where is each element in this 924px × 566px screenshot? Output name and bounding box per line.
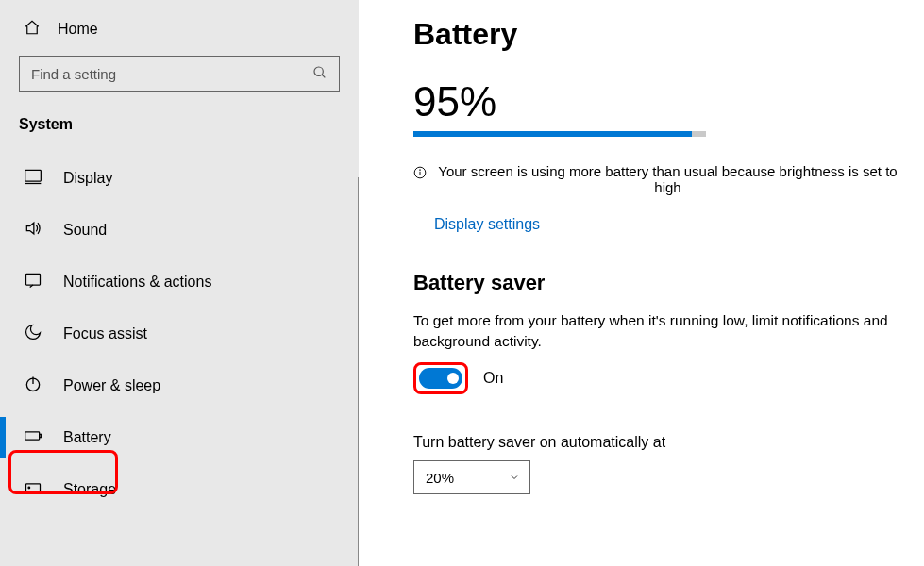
- nav-label: Power & sleep: [63, 377, 160, 394]
- display-icon: [24, 167, 42, 189]
- focus-icon: [24, 323, 42, 344]
- notifications-icon: [24, 271, 42, 292]
- svg-rect-4: [26, 274, 41, 285]
- sidebar-item-focus[interactable]: Focus assist: [0, 308, 359, 359]
- storage-icon: [24, 478, 42, 500]
- home-icon: [24, 19, 41, 39]
- sidebar-item-power[interactable]: Power & sleep: [0, 359, 359, 411]
- toggle-knob: [447, 373, 459, 384]
- svg-line-1: [322, 75, 325, 77]
- info-icon: [413, 163, 427, 182]
- battery-progress-fill: [413, 131, 692, 137]
- page-title: Battery: [413, 17, 913, 52]
- svg-point-0: [314, 67, 323, 75]
- battery-saver-toggle[interactable]: [419, 368, 462, 389]
- toggle-row: On: [413, 362, 913, 394]
- search-box[interactable]: [19, 56, 340, 92]
- sidebar: Home System Display Sound Notifications …: [0, 0, 359, 566]
- display-settings-link[interactable]: Display settings: [413, 216, 540, 233]
- search-input[interactable]: [31, 66, 312, 82]
- info-text: Your screen is using more battery than u…: [432, 163, 903, 195]
- sidebar-item-notifications[interactable]: Notifications & actions: [0, 256, 359, 308]
- sidebar-item-sound[interactable]: Sound: [0, 204, 359, 256]
- sidebar-item-storage[interactable]: Storage: [0, 463, 359, 515]
- battery-progress: [413, 131, 706, 137]
- sidebar-item-display[interactable]: Display: [0, 152, 359, 204]
- nav-label: Notifications & actions: [63, 274, 211, 291]
- main-content: Battery 95% Your screen is using more ba…: [359, 0, 924, 566]
- battery-percent: 95%: [413, 78, 913, 125]
- battery-saver-desc: To get more from your battery when it's …: [413, 310, 913, 351]
- annotation-highlight-toggle: [413, 362, 468, 394]
- svg-rect-2: [25, 170, 42, 181]
- nav-label: Battery: [63, 429, 111, 446]
- nav-label: Storage: [63, 481, 116, 498]
- home-nav[interactable]: Home: [0, 11, 359, 48]
- sidebar-item-battery[interactable]: Battery: [0, 411, 359, 463]
- svg-point-13: [420, 170, 421, 171]
- battery-icon: [24, 426, 42, 448]
- dropdown-value: 20%: [426, 470, 454, 486]
- auto-threshold-label: Turn battery saver on automatically at: [413, 434, 913, 451]
- svg-point-10: [28, 487, 30, 489]
- nav-label: Focus assist: [63, 325, 147, 342]
- home-label: Home: [58, 21, 98, 38]
- battery-saver-heading: Battery saver: [413, 271, 913, 295]
- nav-label: Display: [63, 170, 112, 187]
- power-icon: [24, 375, 42, 396]
- toggle-state-label: On: [483, 370, 503, 387]
- section-title: System: [0, 108, 359, 152]
- sound-icon: [24, 219, 42, 241]
- chevron-down-icon: [509, 470, 520, 486]
- search-icon: [312, 65, 328, 83]
- svg-rect-7: [25, 432, 40, 440]
- info-row: Your screen is using more battery than u…: [413, 163, 913, 195]
- nav-label: Sound: [63, 222, 107, 239]
- auto-threshold-dropdown[interactable]: 20%: [413, 460, 530, 494]
- svg-rect-8: [40, 434, 42, 437]
